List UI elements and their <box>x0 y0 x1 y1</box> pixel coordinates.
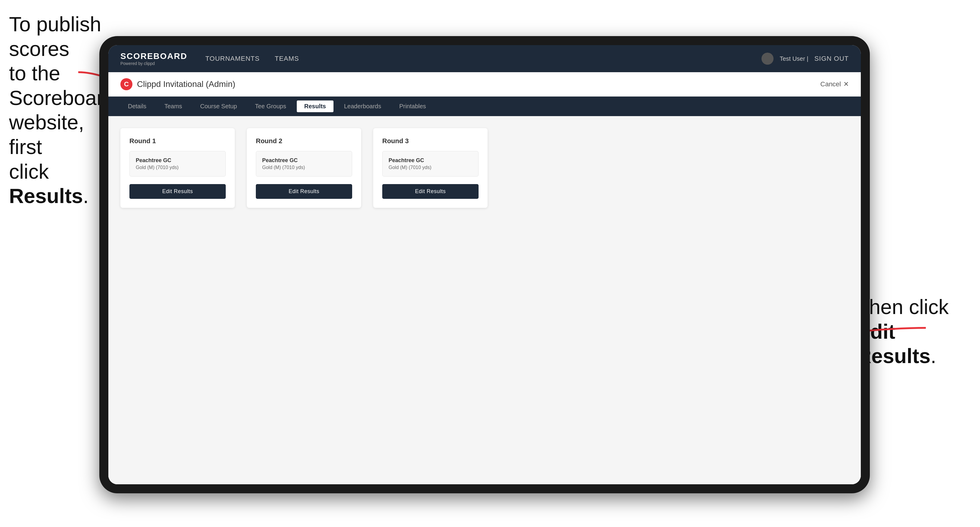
round-3-edit-results-button[interactable]: Edit Results <box>382 184 479 199</box>
nav-tournaments[interactable]: TOURNAMENTS <box>205 55 260 63</box>
round-3-course-details: Gold (M) (7010 yds) <box>388 165 472 170</box>
clippd-icon: C <box>120 78 132 90</box>
round-3-title: Round 3 <box>382 137 479 145</box>
round-2-title: Round 2 <box>256 137 352 145</box>
rounds-area: Round 1 Peachtree GC Gold (M) (7010 yds)… <box>108 116 861 484</box>
tournament-header: C Clippd Invitational (Admin) Cancel ✕ <box>108 72 861 97</box>
tablet: SCOREBOARD Powered by clippd TOURNAMENTS… <box>99 36 870 493</box>
tab-printables[interactable]: Printables <box>391 100 433 112</box>
tab-tee-groups[interactable]: Tee Groups <box>247 100 293 112</box>
round-2-course-name: Peachtree GC <box>262 157 346 163</box>
round-2-course-details: Gold (M) (7010 yds) <box>262 165 346 170</box>
instruction-right: Then click Edit Results. <box>857 295 971 368</box>
user-avatar <box>762 52 773 65</box>
instruction-right-punct: . <box>931 344 936 367</box>
round-1-edit-results-button[interactable]: Edit Results <box>129 184 226 199</box>
round-3-course: Peachtree GC Gold (M) (7010 yds) <box>382 151 479 176</box>
logo-subtitle: Powered by clippd <box>120 61 187 66</box>
logo-area: SCOREBOARD Powered by clippd <box>120 51 187 66</box>
tournament-title-area: C Clippd Invitational (Admin) <box>120 78 235 90</box>
tab-results[interactable]: Results <box>297 100 334 112</box>
round-1-card: Round 1 Peachtree GC Gold (M) (7010 yds)… <box>120 128 235 208</box>
instruction-bold: Results <box>9 184 83 207</box>
content-area: C Clippd Invitational (Admin) Cancel ✕ D… <box>108 72 861 484</box>
instruction-line4: click <box>9 160 49 183</box>
tab-nav: Details Teams Course Setup Tee Groups Re… <box>108 97 861 116</box>
tab-details[interactable]: Details <box>120 100 154 112</box>
round-2-course: Peachtree GC Gold (M) (7010 yds) <box>256 151 352 176</box>
round-3-course-name: Peachtree GC <box>388 157 472 163</box>
nav-right: Test User | Sign out <box>762 52 849 65</box>
signout-link[interactable]: Sign out <box>815 55 849 63</box>
instruction-line3: website, first <box>9 111 84 158</box>
nav-teams[interactable]: TEAMS <box>275 55 299 63</box>
round-2-card: Round 2 Peachtree GC Gold (M) (7010 yds)… <box>247 128 361 208</box>
round-1-course: Peachtree GC Gold (M) (7010 yds) <box>129 151 226 176</box>
round-1-course-name: Peachtree GC <box>136 157 220 163</box>
navbar: SCOREBOARD Powered by clippd TOURNAMENTS… <box>108 45 861 72</box>
instruction-line1: To publish scores <box>9 13 101 60</box>
instruction-right-line1: Then click <box>857 295 949 318</box>
instruction-punct: . <box>83 184 89 207</box>
round-3-card: Round 3 Peachtree GC Gold (M) (7010 yds)… <box>373 128 488 208</box>
tab-teams[interactable]: Teams <box>157 100 189 112</box>
instruction-line2: to the Scoreboard <box>9 62 115 109</box>
cancel-button[interactable]: Cancel ✕ <box>821 80 849 88</box>
logo-text: SCOREBOARD <box>120 51 187 61</box>
nav-user: Test User | <box>780 56 808 62</box>
tournament-name: Clippd Invitational (Admin) <box>137 79 235 89</box>
round-1-course-details: Gold (M) (7010 yds) <box>136 165 220 170</box>
nav-links: TOURNAMENTS TEAMS <box>205 55 762 63</box>
tab-course-setup[interactable]: Course Setup <box>192 100 244 112</box>
round-1-title: Round 1 <box>129 137 226 145</box>
instruction-left: To publish scores to the Scoreboard webs… <box>9 12 102 208</box>
tab-leaderboards[interactable]: Leaderboards <box>337 100 388 112</box>
tablet-screen: SCOREBOARD Powered by clippd TOURNAMENTS… <box>108 45 861 484</box>
round-2-edit-results-button[interactable]: Edit Results <box>256 184 352 199</box>
